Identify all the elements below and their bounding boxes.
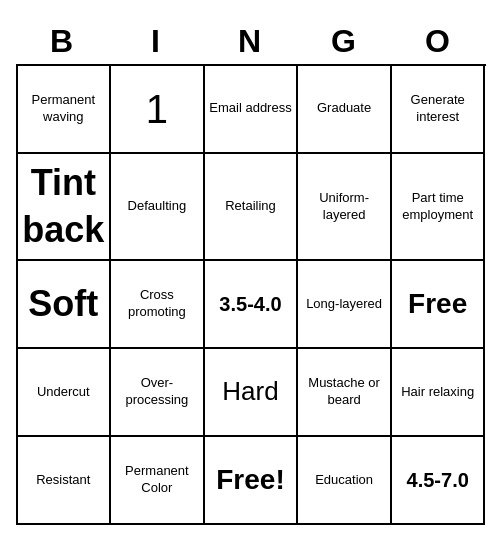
bingo-card: B I N G O Permanent waving1Email address…	[16, 19, 486, 526]
bingo-cell-18: Mustache or beard	[298, 349, 392, 437]
bingo-cell-9: Part time employment	[392, 154, 486, 262]
bingo-cell-10: Soft	[18, 261, 112, 349]
header-b: B	[16, 19, 110, 64]
bingo-cell-5: Tint back	[18, 154, 112, 262]
bingo-cell-4: Generate interest	[392, 66, 486, 154]
bingo-cell-22: Free!	[205, 437, 299, 525]
bingo-cell-12: 3.5-4.0	[205, 261, 299, 349]
bingo-cell-16: Over-processing	[111, 349, 205, 437]
bingo-cell-11: Cross promoting	[111, 261, 205, 349]
bingo-cell-14: Free	[392, 261, 486, 349]
bingo-cell-13: Long-layered	[298, 261, 392, 349]
bingo-cell-20: Resistant	[18, 437, 112, 525]
bingo-cell-19: Hair relaxing	[392, 349, 486, 437]
header-g: G	[298, 19, 392, 64]
bingo-cell-24: 4.5-7.0	[392, 437, 486, 525]
header-n: N	[204, 19, 298, 64]
header-o: O	[392, 19, 486, 64]
bingo-cell-1: 1	[111, 66, 205, 154]
header-i: I	[110, 19, 204, 64]
bingo-grid: Permanent waving1Email addressGraduateGe…	[16, 64, 486, 526]
bingo-header: B I N G O	[16, 19, 486, 64]
bingo-cell-21: Permanent Color	[111, 437, 205, 525]
bingo-cell-6: Defaulting	[111, 154, 205, 262]
bingo-cell-7: Retailing	[205, 154, 299, 262]
bingo-cell-23: Education	[298, 437, 392, 525]
bingo-cell-2: Email address	[205, 66, 299, 154]
bingo-cell-3: Graduate	[298, 66, 392, 154]
bingo-cell-8: Uniform-layered	[298, 154, 392, 262]
bingo-cell-15: Undercut	[18, 349, 112, 437]
bingo-cell-17: Hard	[205, 349, 299, 437]
bingo-cell-0: Permanent waving	[18, 66, 112, 154]
